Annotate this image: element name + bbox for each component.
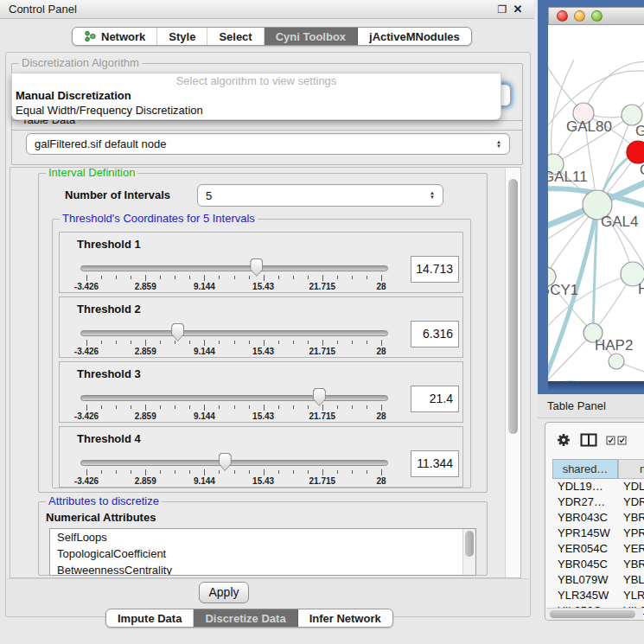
- tick-label: 21.715: [309, 282, 336, 291]
- table-cell[interactable]: YER054C: [552, 541, 618, 557]
- tab-label: Impute Data: [118, 612, 182, 625]
- tick-label: 2.859: [135, 347, 156, 356]
- tab-infer-network[interactable]: Infer Network: [298, 609, 392, 627]
- attribute-list-item[interactable]: TopologicalCoefficient: [50, 545, 475, 562]
- network-window-titlebar[interactable]: [548, 7, 644, 25]
- attribute-list-item[interactable]: BetweennessCentrality: [50, 562, 475, 576]
- table-data-combobox[interactable]: galFiltered.sif default node ▲▼: [26, 133, 510, 155]
- close-panel-icon[interactable]: ✕: [510, 1, 526, 18]
- tick-label: -3.426: [74, 347, 99, 356]
- settings-scrollbar[interactable]: [505, 168, 520, 577]
- numerical-attributes-label: Numerical Attributes: [46, 511, 156, 524]
- tick-label: 9.144: [194, 282, 215, 291]
- apply-button[interactable]: Apply: [199, 582, 249, 603]
- table-row[interactable]: YDL19…YDL1: [552, 479, 644, 494]
- threshold-slider-thumb[interactable]: [219, 453, 232, 471]
- node-label: GA: [635, 123, 644, 139]
- thresholds-group-title: Threshold's Coordinates for 5 Intervals: [60, 213, 258, 225]
- node-label: C: [640, 162, 644, 178]
- dropdown-option-equal-width[interactable]: Equal Width/Frequency Discretization: [12, 103, 501, 118]
- threshold-value-field[interactable]: 6.316: [411, 321, 459, 348]
- red-node[interactable]: [627, 141, 644, 163]
- table-cell[interactable]: YDL1: [618, 479, 644, 494]
- top-tab-strip: NetworkStyleSelectCyni ToolboxjActiveMNo…: [72, 27, 472, 46]
- table-cell[interactable]: YBR043C: [552, 510, 618, 526]
- table-cell[interactable]: YBL079W: [552, 572, 618, 588]
- bottom-node[interactable]: [609, 354, 624, 369]
- table-cell[interactable]: YER0: [618, 541, 644, 557]
- table-row[interactable]: YBR045CYBR0: [552, 557, 644, 572]
- tab-discretize-data[interactable]: Discretize Data: [194, 609, 297, 627]
- table-row[interactable]: YDR27…YDR2: [552, 494, 644, 510]
- checkbox-icon[interactable]: [606, 436, 615, 445]
- tick-label: 9.144: [194, 476, 215, 486]
- table-cell[interactable]: YPR1: [618, 526, 644, 541]
- table-row[interactable]: YBR043CYBR0: [552, 510, 644, 526]
- tab-impute-data[interactable]: Impute Data: [106, 609, 194, 627]
- table-cell[interactable]: YDL19…: [552, 479, 618, 494]
- table-cell[interactable]: YBR0: [618, 510, 644, 526]
- threshold-value-field[interactable]: 14.713: [411, 256, 459, 283]
- table-data-combobox-value: galFiltered.sif default node: [35, 137, 166, 150]
- table-cell[interactable]: YPR145W: [552, 526, 618, 541]
- threshold-value-field[interactable]: 11.344: [411, 450, 459, 477]
- table-cell[interactable]: YDR27…: [552, 494, 618, 510]
- close-window-icon[interactable]: [557, 10, 568, 22]
- tick-label: 2.859: [135, 411, 156, 421]
- list-scrollbar-thumb[interactable]: [465, 531, 474, 557]
- algorithm-dropdown-popup: Select algorithm to view settings Manual…: [11, 73, 501, 120]
- network-canvas[interactable]: GAL80GACGAL11GAL4GCY1HHAP2: [548, 25, 644, 381]
- table-row[interactable]: YPR145WYPR1: [552, 526, 644, 541]
- table-cell[interactable]: YBR045C: [552, 557, 618, 572]
- threshold-panel-4: Threshold 4-3.4262.8599.14415.4321.71528…: [59, 426, 463, 488]
- table-panel-header: Table Panel: [538, 394, 644, 418]
- column-header-0[interactable]: shared…: [552, 459, 618, 479]
- tick-label: -3.426: [74, 411, 99, 421]
- minimize-window-icon[interactable]: [574, 10, 585, 22]
- table-cell[interactable]: YBL0: [618, 572, 644, 588]
- number-of-intervals-combobox[interactable]: 5 ▲▼: [197, 184, 443, 207]
- settings-scrollbar-thumb[interactable]: [508, 179, 518, 434]
- tab-select[interactable]: Select: [207, 28, 264, 45]
- tab-style[interactable]: Style: [157, 28, 207, 45]
- float-panel-icon[interactable]: ❐: [494, 1, 510, 18]
- table-hscrollbar[interactable]: [546, 608, 643, 620]
- table-hscrollbar-thumb[interactable]: [550, 610, 635, 618]
- threshold-value-field[interactable]: 21.4: [411, 386, 459, 412]
- tab-label: jActiveMNodules: [369, 30, 460, 43]
- zoom-window-icon[interactable]: [591, 10, 603, 22]
- gear-icon[interactable]: [556, 432, 571, 448]
- column-header-1[interactable]: na: [618, 459, 644, 479]
- threshold-slider-track[interactable]: [80, 330, 388, 336]
- tab-label: Select: [219, 30, 252, 43]
- screen: Control Panel ❐ ✕ NetworkStyleSelectCyni…: [0, 0, 644, 644]
- attribute-list-item[interactable]: SelfLoops: [50, 529, 475, 545]
- thresholds-group: Threshold's Coordinates for 5 Intervals …: [52, 219, 471, 488]
- threshold-slider-thumb[interactable]: [313, 388, 326, 406]
- algorithm-group-title: Discretization Algorithm: [19, 57, 142, 69]
- threshold-slider-track[interactable]: [80, 265, 388, 271]
- tick-label: 9.144: [194, 347, 215, 356]
- table-row[interactable]: YER054CYER0: [552, 541, 644, 557]
- checkbox-icon[interactable]: [617, 436, 627, 445]
- table-toolbar: [545, 423, 644, 457]
- tick-label: 9.144: [194, 411, 215, 421]
- threshold-slider-thumb[interactable]: [250, 258, 263, 277]
- threshold-slider-track[interactable]: [80, 395, 388, 401]
- tab-cyni-toolbox[interactable]: Cyni Toolbox: [265, 28, 358, 45]
- table-row[interactable]: YBL079WYBL0: [552, 572, 644, 588]
- tick-label: 21.715: [309, 476, 336, 486]
- table-cell[interactable]: YDR2: [618, 494, 644, 510]
- table-cell[interactable]: YBR0: [618, 557, 644, 572]
- threshold-slider-thumb[interactable]: [171, 323, 184, 341]
- split-columns-icon[interactable]: [580, 433, 597, 447]
- table-row[interactable]: YLR345WYLR3: [552, 588, 644, 603]
- attributes-group: Attributes to discretize Numerical Attri…: [38, 501, 488, 576]
- table-cell[interactable]: YLR3: [618, 588, 644, 603]
- threshold-slider-track[interactable]: [80, 460, 388, 466]
- tab-jactivemnodules[interactable]: jActiveMNodules: [358, 28, 471, 45]
- list-scrollbar[interactable]: [462, 529, 475, 575]
- dropdown-option-manual[interactable]: Manual Discretization: [12, 88, 501, 103]
- table-cell[interactable]: YLR345W: [552, 588, 618, 603]
- tab-network[interactable]: Network: [73, 28, 157, 45]
